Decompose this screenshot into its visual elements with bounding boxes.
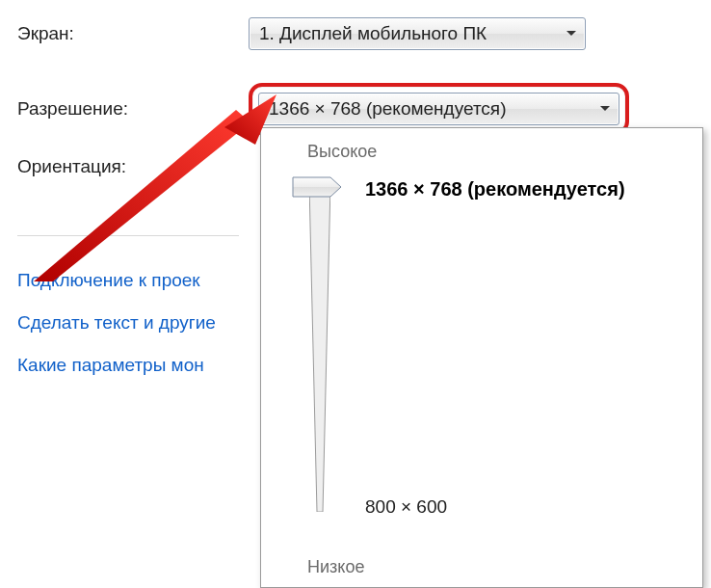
monitor-params-link[interactable]: Какие параметры мон bbox=[17, 355, 216, 376]
chevron-down-icon bbox=[599, 105, 611, 113]
links-block: Подключение к проек Сделать текст и друг… bbox=[17, 270, 216, 397]
screen-dropdown[interactable]: 1. Дисплей мобильного ПК bbox=[249, 17, 586, 50]
slider-bottom-resolution: 800 × 600 bbox=[365, 496, 447, 518]
orientation-label: Ориентация: bbox=[17, 156, 249, 177]
resolution-slider-flyout: Высокое 1366 × 768 (рекомендуется) bbox=[260, 127, 703, 588]
screen-dropdown-value: 1. Дисплей мобильного ПК bbox=[259, 23, 487, 44]
screen-label: Экран: bbox=[17, 23, 249, 44]
svg-marker-0 bbox=[34, 110, 250, 281]
slider-top-resolution: 1366 × 768 (рекомендуется) bbox=[365, 178, 625, 200]
resolution-slider[interactable]: 1366 × 768 (рекомендуется) 800 × 600 bbox=[296, 184, 672, 521]
resolution-dropdown-value: 1366 × 768 (рекомендуется) bbox=[269, 98, 507, 120]
divider bbox=[17, 235, 239, 236]
chevron-down-icon bbox=[566, 30, 577, 38]
slider-high-label: Высокое bbox=[307, 142, 702, 162]
slider-thumb[interactable] bbox=[292, 176, 342, 198]
text-size-link[interactable]: Сделать текст и другие bbox=[17, 312, 216, 334]
slider-low-label: Низкое bbox=[307, 557, 364, 577]
slider-track bbox=[309, 184, 330, 512]
resolution-dropdown[interactable]: 1366 × 768 (рекомендуется) bbox=[258, 93, 619, 125]
screen-row: Экран: 1. Дисплей мобильного ПК bbox=[17, 17, 694, 50]
projector-link[interactable]: Подключение к проек bbox=[17, 270, 216, 291]
resolution-label: Разрешение: bbox=[17, 98, 249, 120]
